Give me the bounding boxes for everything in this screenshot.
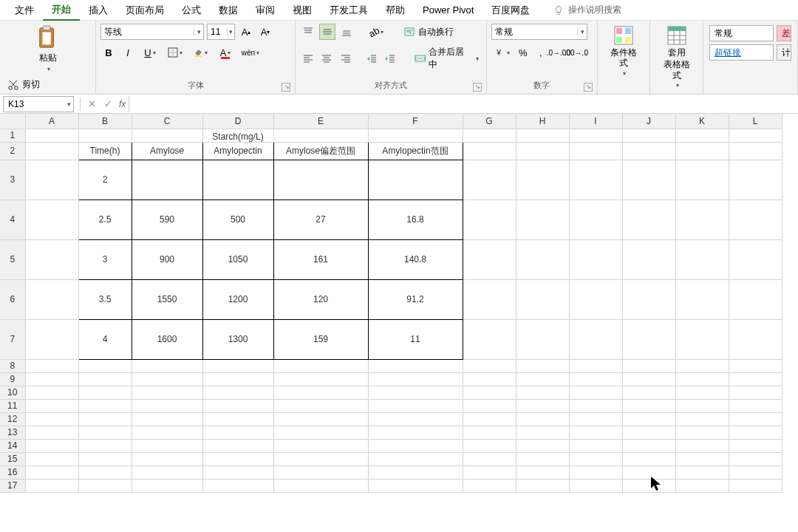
cell-I9[interactable]	[569, 372, 622, 386]
cell-G1[interactable]	[463, 129, 516, 142]
cell-A13[interactable]	[25, 426, 78, 439]
cell-H1[interactable]	[516, 129, 569, 142]
cell-B1[interactable]	[78, 129, 132, 142]
row-header-4[interactable]: 4	[0, 200, 25, 239]
cell-A10[interactable]	[25, 386, 78, 399]
cell-F14[interactable]	[368, 439, 463, 452]
cell-E8[interactable]	[273, 359, 368, 372]
row-header-17[interactable]: 17	[0, 479, 25, 492]
cell-L14[interactable]	[729, 439, 782, 452]
cell-F11[interactable]	[368, 399, 463, 412]
cell-F3[interactable]	[368, 160, 463, 200]
cell-D12[interactable]	[202, 412, 273, 426]
font-color-button[interactable]: A ▾	[214, 44, 236, 61]
cell-H4[interactable]	[516, 200, 569, 239]
row-header-15[interactable]: 15	[0, 452, 25, 466]
menu-data[interactable]: 数据	[210, 1, 247, 20]
cell-L16[interactable]	[729, 466, 782, 479]
align-left-button[interactable]	[300, 50, 316, 66]
cell-K14[interactable]	[675, 439, 729, 452]
cell-K3[interactable]	[675, 160, 729, 200]
cell-G10[interactable]	[463, 386, 516, 399]
cell-I1[interactable]	[569, 129, 622, 142]
cell-B11[interactable]	[78, 399, 132, 412]
col-header-H[interactable]: H	[516, 114, 569, 129]
cell-C16[interactable]	[132, 466, 202, 479]
borders-button[interactable]: ▾	[164, 44, 186, 61]
cell-F2[interactable]: Amylopectin范围	[368, 142, 463, 160]
name-box[interactable]: ▾	[3, 96, 74, 112]
cell-F6[interactable]: 91.2	[368, 279, 463, 319]
cell-I17[interactable]	[569, 479, 622, 492]
cell-B3[interactable]: 2	[78, 160, 132, 200]
col-header-I[interactable]: I	[569, 114, 622, 129]
align-middle-button[interactable]	[319, 24, 335, 40]
cell-A8[interactable]	[25, 359, 78, 372]
row-header-3[interactable]: 3	[0, 160, 25, 200]
align-top-button[interactable]	[300, 24, 316, 40]
cell-E13[interactable]	[273, 426, 368, 439]
col-header-A[interactable]: A	[25, 114, 78, 129]
menu-power-pivot[interactable]: Power Pivot	[414, 1, 482, 18]
cell-B12[interactable]	[78, 412, 132, 426]
cell-J13[interactable]	[622, 426, 675, 439]
font-size-combo[interactable]: ▾	[207, 24, 235, 40]
cell-L3[interactable]	[729, 160, 782, 200]
font-name-input[interactable]	[101, 27, 194, 37]
decrease-font-button[interactable]: A▾	[257, 24, 273, 40]
cell-L15[interactable]	[729, 452, 782, 466]
cell-A17[interactable]	[25, 479, 78, 492]
cell-A6[interactable]	[25, 279, 78, 319]
cell-D8[interactable]	[202, 359, 273, 372]
cell-L6[interactable]	[729, 279, 782, 319]
cell-D4[interactable]: 500	[202, 200, 273, 239]
row-header-1[interactable]: 1	[0, 129, 25, 142]
menu-file[interactable]: 文件	[6, 1, 43, 20]
cell-K10[interactable]	[675, 386, 729, 399]
cell-G2[interactable]	[463, 142, 516, 160]
cell-L7[interactable]	[729, 319, 782, 359]
cell-H9[interactable]	[516, 372, 569, 386]
cell-J9[interactable]	[622, 372, 675, 386]
cell-F1[interactable]	[368, 129, 463, 142]
col-header-L[interactable]: L	[729, 114, 782, 129]
cell-J4[interactable]	[622, 200, 675, 239]
cell-C4[interactable]: 590	[132, 200, 202, 239]
fill-color-button[interactable]: ▾	[189, 44, 211, 61]
cell-A5[interactable]	[25, 239, 78, 279]
cell-K15[interactable]	[675, 452, 729, 466]
cell-D10[interactable]	[202, 386, 273, 399]
cell-E15[interactable]	[273, 452, 368, 466]
cell-C3[interactable]	[132, 160, 202, 200]
cell-B13[interactable]	[78, 426, 132, 439]
cell-D9[interactable]	[202, 372, 273, 386]
row-header-7[interactable]: 7	[0, 319, 25, 359]
row-header-6[interactable]: 6	[0, 279, 25, 319]
underline-button[interactable]: U▾	[139, 44, 161, 61]
cell-J5[interactable]	[622, 239, 675, 279]
menu-home[interactable]: 开始	[43, 0, 80, 21]
menu-formulas[interactable]: 公式	[173, 1, 210, 20]
fx-icon[interactable]: fx	[116, 99, 129, 109]
cell-B2[interactable]: Time(h)	[78, 142, 132, 160]
cell-E4[interactable]: 27	[273, 200, 368, 239]
cell-H7[interactable]	[516, 319, 569, 359]
cell-J11[interactable]	[622, 399, 675, 412]
chevron-down-icon[interactable]: ▾	[64, 100, 73, 108]
cell-K11[interactable]	[675, 399, 729, 412]
cell-B6[interactable]: 3.5	[78, 279, 132, 319]
cell-H16[interactable]	[516, 466, 569, 479]
cell-L4[interactable]	[729, 200, 782, 239]
align-right-button[interactable]	[338, 50, 353, 66]
cell-A15[interactable]	[25, 452, 78, 466]
cell-style-calc[interactable]: 计	[777, 44, 791, 61]
cell-K8[interactable]	[675, 359, 729, 372]
cell-C12[interactable]	[132, 412, 202, 426]
row-header-2[interactable]: 2	[0, 142, 25, 160]
cell-G9[interactable]	[463, 372, 516, 386]
cell-I5[interactable]	[569, 239, 622, 279]
cell-C8[interactable]	[132, 359, 202, 372]
row-header-11[interactable]: 11	[0, 399, 25, 412]
cell-C2[interactable]: Amylose	[132, 142, 202, 160]
select-all-corner[interactable]	[0, 114, 25, 129]
